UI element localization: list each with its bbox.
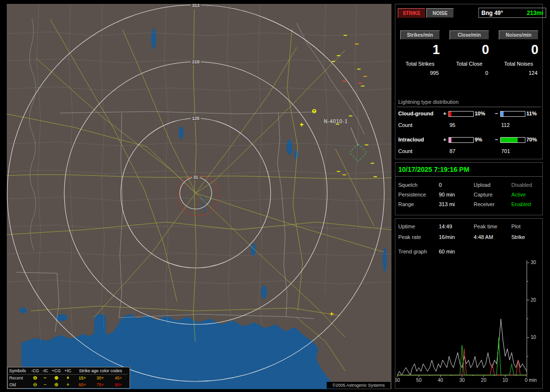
svg-text:−: − (348, 112, 352, 120)
plus-sign: + (443, 111, 446, 116)
range-value: 313 mi (439, 201, 455, 207)
minus-sign: − (495, 137, 498, 142)
cg-minus-percent: 11% (526, 111, 536, 116)
trend-window-value: 60 min (439, 249, 455, 254)
svg-text:40: 40 (438, 378, 444, 383)
peak-rate-value: 16/min (439, 234, 455, 240)
cloud-ground-label: Cloud-ground (398, 111, 434, 116)
bearing-label: Bng 49° (481, 10, 503, 16)
squelch-value: 0 (439, 182, 442, 188)
ic-plus-bar-fill (449, 138, 451, 142)
svg-text:20: 20 (481, 378, 487, 383)
ic-plus-bar (449, 137, 474, 143)
upload-label: Upload (474, 182, 491, 188)
status-row: Persistence 90 min Capture Active (395, 192, 543, 199)
trend-panel: Uptime 14:49 Peak time Plot Peak rate 16… (395, 218, 543, 389)
svg-text:10: 10 (531, 335, 536, 340)
cloud-ground-count-row: Count 95 112 (395, 122, 543, 129)
age-code: 45+ (109, 375, 128, 381)
ic-plus-count: 87 (449, 148, 455, 154)
info-row: Peak rate 16/min 4:48 AM Strike (395, 234, 543, 242)
svg-text:−: − (373, 173, 377, 181)
strike-mode-button[interactable]: STRIKE (398, 8, 425, 18)
trend-graph: 6050403020100 min302010 (395, 258, 543, 388)
cg-minus-old-icon: ⊖ (30, 381, 40, 388)
svg-text:−: − (361, 82, 364, 90)
intracloud-label: Intracloud (398, 137, 424, 142)
total-close-value: 0 (445, 70, 494, 76)
total-close-label: Total Close (445, 61, 494, 67)
strikes-rate-value: 1 (395, 40, 445, 59)
ic-plus-recent-icon: + (62, 375, 73, 381)
cell-pointer-line (351, 127, 358, 146)
noises-column: Noises/min 0 Total Noises 124 (494, 30, 543, 76)
water-shapes (19, 28, 387, 389)
noise-mode-button[interactable]: NOISE (426, 8, 454, 18)
svg-text:−: − (336, 52, 340, 59)
ic-plus-percent: 9% (475, 137, 482, 142)
count-label: Count (398, 148, 412, 154)
cg-plus-count: 95 (449, 122, 455, 128)
svg-text:−: − (342, 77, 346, 85)
svg-text:⊖: ⊖ (312, 108, 317, 114)
cg-plus-recent-icon: ⊕ (50, 375, 62, 381)
status-row: Squelch 0 Upload Disabled (395, 182, 543, 190)
peak-time-label: Peak time (474, 224, 497, 229)
rate-columns: Strikes/min 1 Total Strikes 995 Close/mi… (395, 30, 543, 76)
ic-minus-old-icon: − (40, 381, 50, 388)
svg-text:−: − (370, 159, 374, 167)
uptime-label: Uptime (398, 224, 415, 229)
capture-label: Capture (474, 192, 492, 197)
range-ring-label: 219 (190, 59, 201, 65)
svg-text:50: 50 (416, 378, 422, 383)
close-per-min-button[interactable]: Close/min (449, 30, 489, 40)
cg-plus-percent: 10% (475, 111, 485, 116)
svg-text:−: − (364, 141, 368, 149)
map-legend: Symbols -CG -IC +CG +IC Strike age color… (7, 367, 130, 389)
svg-text:−: − (355, 40, 359, 48)
svg-text:30: 30 (531, 260, 536, 265)
strikes-column: Strikes/min 1 Total Strikes 995 (395, 30, 445, 76)
nexstorm-app: ⊖+−−−−−−−−−−−−−−−−+ 313 219 125 31 N-401… (0, 0, 550, 392)
svg-text:−: − (343, 31, 347, 39)
svg-text:−: − (336, 168, 340, 175)
legend-col-header: +IC (62, 367, 73, 375)
peak-time-value: 4:48 AM (474, 234, 493, 240)
cg-plus-old-icon: ⊕ (50, 381, 62, 388)
close-rate-value: 0 (445, 40, 494, 59)
legend-row-label: Old (8, 381, 30, 388)
info-row: Uptime 14:49 Peak time Plot (395, 224, 543, 231)
persistence-label: Persistence (398, 192, 426, 197)
svg-text:−: − (342, 171, 346, 179)
cg-plus-bar-fill (449, 112, 451, 116)
noises-per-min-button[interactable]: Noises/min (499, 30, 538, 40)
svg-text:−: − (363, 72, 367, 80)
total-strikes-label: Total Strikes (395, 61, 445, 67)
receiver-label: Receiver (474, 201, 494, 207)
bearing-distance: 213mi (527, 10, 543, 16)
strikes-per-min-button[interactable]: Strikes/min (400, 30, 440, 40)
divider (395, 176, 542, 177)
age-code: 90+ (109, 381, 128, 388)
stats-panel: STRIKE NOISE Bng 49° 213mi Strikes/min 1… (395, 4, 543, 159)
range-label: Range (398, 201, 414, 207)
persistence-value: 90 min (439, 192, 455, 197)
intracloud-count-row: Count 87 701 (395, 148, 543, 155)
trend-header-row: Trend graph 60 min (395, 249, 543, 256)
age-code: 30+ (91, 375, 109, 381)
plot-label: Plot (511, 224, 521, 229)
age-code: 15+ (73, 375, 91, 381)
bearing-display: Bng 49° 213mi (478, 8, 546, 18)
age-code: 75+ (91, 381, 109, 388)
copyright-text: ©2005 Astrogenic Systems (327, 382, 391, 389)
ic-minus-count: 701 (501, 148, 510, 154)
distribution-rule (397, 107, 541, 107)
total-strikes-value: 995 (395, 70, 445, 76)
storm-cell-id-label: N-4010-1 (324, 119, 348, 124)
range-ring-label: 125 (190, 115, 201, 121)
map-canvas[interactable]: ⊖+−−−−−−−−−−−−−−−−+ 313 219 125 31 N-401… (7, 4, 391, 389)
cg-minus-bar (500, 111, 525, 117)
datetime-display: 10/17/2025 7:19:16 PM (398, 166, 469, 173)
minus-sign: − (495, 111, 498, 116)
peak-rate-label: Peak rate (398, 234, 421, 240)
